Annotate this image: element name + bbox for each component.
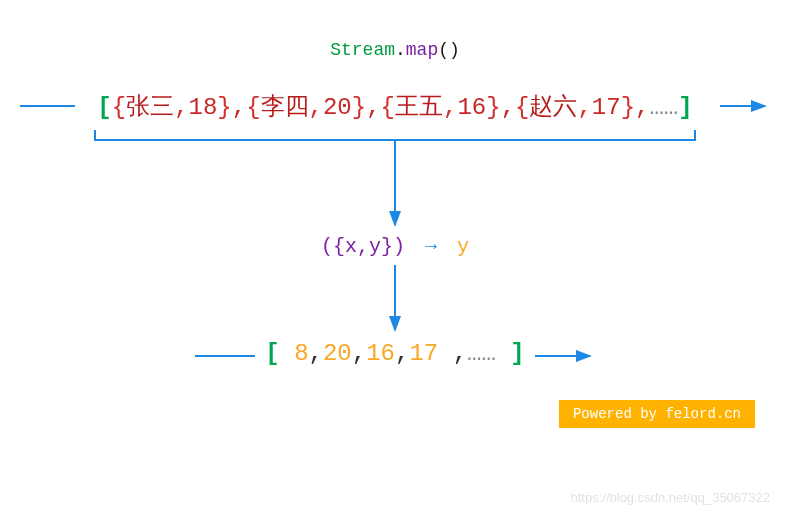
bracket-icon	[95, 130, 695, 140]
diagram-canvas: Stream.map() [{张三,18},{李四,20},{王五,16},{赵…	[0, 0, 790, 513]
title-method: map	[406, 40, 438, 60]
input-list: [{张三,18},{李四,20},{王五,16},{赵六,17},……]	[0, 90, 790, 122]
title-dot: .	[395, 40, 406, 60]
item-1: {李四,20}	[246, 94, 366, 121]
open-bracket: [	[97, 94, 111, 121]
title: Stream.map()	[0, 40, 790, 60]
title-paren: ()	[438, 40, 460, 60]
watermark: https://blog.csdn.net/qq_35067322	[571, 490, 771, 505]
item-2: {王五,16}	[381, 94, 501, 121]
lambda-expression: ({x,y}) → y	[0, 235, 790, 258]
title-class: Stream	[330, 40, 395, 60]
item-0: {张三,18}	[112, 94, 232, 121]
item-3: {赵六,17}	[515, 94, 635, 121]
output-list: [ 8,20,16,17 ,…… ]	[0, 340, 790, 367]
arrow-icon: →	[425, 235, 437, 258]
lambda-result: y	[457, 235, 469, 258]
input-ellipsis: ……	[649, 94, 678, 121]
powered-by-badge: Powered by felord.cn	[559, 400, 755, 428]
close-bracket: ]	[678, 94, 692, 121]
